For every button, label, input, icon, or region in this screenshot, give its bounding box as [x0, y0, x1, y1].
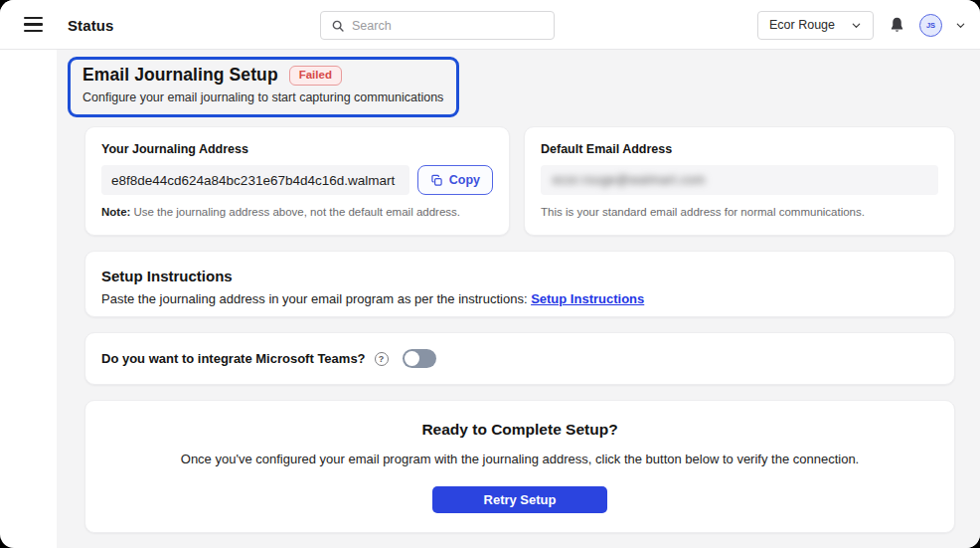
setup-instructions-card: Setup Instructions Paste the journaling …: [84, 251, 955, 317]
default-email-redacted-field: ecor.rouge@walmart.com: [541, 165, 938, 195]
copy-button[interactable]: Copy: [417, 165, 493, 195]
notifications-bell-icon[interactable]: [887, 14, 906, 36]
journaling-address-value: e8f8de44cd624a84bc231e67b4d4c16d.walmart: [101, 165, 409, 195]
setup-instructions-title: Setup Instructions: [101, 268, 938, 284]
user-avatar[interactable]: JS: [919, 14, 942, 37]
journaling-note: Note:Use the journaling address above, n…: [101, 206, 493, 218]
header-right-group: Ecor Rouge JS: [757, 0, 966, 50]
copy-button-label: Copy: [449, 173, 480, 187]
address-cards-row: Your Journaling Address e8f8de44cd624a84…: [84, 126, 955, 236]
avatar-initials: JS: [926, 21, 935, 30]
copy-icon: [430, 174, 443, 187]
search-icon: [331, 19, 345, 33]
redacted-email-text: ecor.rouge@walmart.com: [553, 173, 706, 187]
toggle-knob: [405, 351, 419, 366]
search-input-container[interactable]: [320, 11, 555, 40]
default-email-card: Default Email Address ecor.rouge@walmart…: [524, 126, 955, 236]
profile-chevron-down-icon[interactable]: [955, 20, 966, 31]
app-window: Status Ecor Rouge JS: [0, 0, 980, 548]
top-navbar: Status Ecor Rouge JS: [0, 0, 980, 50]
hamburger-menu-icon[interactable]: [24, 17, 43, 32]
cards-container: Your Journaling Address e8f8de44cd624a84…: [84, 126, 955, 533]
note-prefix: Note:: [101, 206, 130, 218]
default-email-caption: This is your standard email address for …: [541, 206, 938, 218]
ready-setup-title: Ready to Complete Setup?: [101, 421, 938, 439]
journaling-address-card: Your Journaling Address e8f8de44cd624a84…: [84, 126, 510, 236]
page-header-title: Status: [68, 17, 113, 34]
teams-integration-toggle[interactable]: [403, 349, 436, 368]
teams-integration-card: Do you want to integrate Microsoft Teams…: [84, 332, 955, 385]
chevron-down-icon: [851, 20, 862, 31]
main-content-area: Email Journaling Setup Failed Configure …: [57, 50, 980, 548]
ready-setup-text: Once you've configured your email progra…: [101, 452, 938, 466]
teams-integration-question: Do you want to integrate Microsoft Teams…: [101, 351, 366, 366]
default-email-label: Default Email Address: [541, 142, 938, 156]
journaling-address-label: Your Journaling Address: [101, 142, 493, 156]
setup-instructions-text-body: Paste the journaling address in your ema…: [101, 291, 531, 306]
status-badge: Failed: [289, 66, 342, 86]
page-subtitle: Configure your email journaling to start…: [82, 91, 444, 104]
page-title-highlight-box: Email Journaling Setup Failed Configure …: [68, 57, 459, 117]
help-icon[interactable]: ?: [375, 352, 389, 366]
setup-instructions-link[interactable]: Setup Instructions: [531, 291, 644, 306]
org-selector-dropdown[interactable]: Ecor Rouge: [757, 11, 874, 40]
ready-setup-card: Ready to Complete Setup? Once you've con…: [84, 400, 955, 533]
note-text: Use the journaling address above, not th…: [133, 206, 460, 218]
setup-instructions-text: Paste the journaling address in your ema…: [101, 291, 938, 306]
org-selector-value: Ecor Rouge: [769, 18, 835, 32]
retry-setup-button[interactable]: Retry Setup: [432, 486, 607, 513]
page-title: Email Journaling Setup: [82, 65, 278, 86]
search-input[interactable]: [352, 19, 544, 33]
